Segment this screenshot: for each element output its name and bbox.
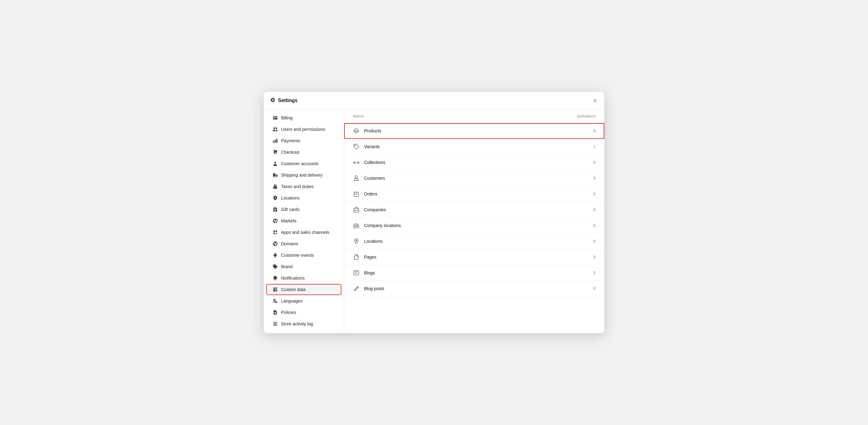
row-count: 1: [586, 144, 596, 149]
table-header: Name Definitions: [344, 109, 604, 123]
row-count: 0: [586, 207, 596, 212]
sidebar-item-label: Brand: [281, 264, 292, 269]
row-name: Company locations: [364, 223, 401, 228]
row-left: Locations: [353, 238, 382, 245]
row-count: 0: [586, 255, 596, 260]
shipping-icon: [272, 172, 278, 178]
row-count: 0: [586, 176, 596, 181]
notifications-icon: [272, 275, 278, 281]
markets-icon: [272, 218, 278, 224]
table-row-companies[interactable]: Companies 0: [344, 202, 604, 218]
companies-icon: [353, 206, 360, 213]
svg-point-4: [356, 240, 357, 241]
brand-icon: [272, 264, 278, 269]
payments-icon: [272, 138, 278, 143]
close-button[interactable]: ×: [592, 96, 598, 105]
sidebar-item-apps-sales-channels[interactable]: Apps and sales channels: [266, 227, 341, 238]
domains-icon: [272, 241, 278, 247]
sidebar-item-policies[interactable]: Policies: [266, 307, 341, 318]
sidebar-item-label: Policies: [281, 310, 296, 315]
taxes-icon: [272, 184, 278, 189]
row-name: Blogs: [364, 270, 375, 275]
sidebar-item-brand[interactable]: Brand: [266, 261, 341, 272]
blog-icon: [353, 269, 360, 276]
modal-title: Settings: [278, 98, 298, 103]
checkout-icon: [272, 150, 278, 155]
sidebar-item-shipping-delivery[interactable]: Shipping and delivery: [266, 169, 341, 181]
sidebar-item-label: Languages: [281, 298, 303, 303]
table-row-pages[interactable]: Pages 0: [344, 249, 604, 265]
languages-icon: [272, 298, 278, 304]
collection-icon: [353, 159, 360, 166]
sidebar-item-label: Locations: [281, 195, 300, 200]
table-row-blog-posts[interactable]: Blog posts 0: [344, 281, 604, 297]
customer-events-icon: [272, 252, 278, 258]
row-name: Variants: [364, 144, 379, 149]
modal-body: Billing Users and permissions Payments C…: [264, 109, 604, 333]
sidebar-item-payments[interactable]: Payments: [266, 135, 341, 146]
row-left: Orders: [353, 191, 377, 197]
sidebar-item-markets[interactable]: Markets: [266, 215, 341, 226]
table-row-collections[interactable]: Collections 0: [344, 155, 604, 170]
row-left: Pages: [353, 254, 376, 260]
sidebar-item-checkout[interactable]: Checkout: [266, 146, 341, 158]
settings-modal: Settings × Billing Users and permissions…: [264, 92, 604, 333]
row-left: Collections: [353, 159, 385, 166]
row-name: Blog posts: [364, 286, 384, 291]
custom-data-icon: [272, 287, 278, 292]
row-left: Products: [353, 127, 381, 134]
col-definitions-header: Definitions: [577, 114, 596, 119]
col-name-header: Name: [353, 114, 364, 119]
table-row-orders[interactable]: Orders 0: [344, 186, 604, 202]
sidebar-item-notifications[interactable]: Notifications: [266, 272, 341, 284]
row-name: Orders: [364, 192, 377, 196]
sidebar-item-label: Customer accounts: [281, 161, 318, 166]
billing-icon: [272, 115, 278, 121]
svg-rect-5: [354, 271, 359, 275]
sidebar-item-taxes-duties[interactable]: Taxes and duties: [266, 181, 341, 192]
row-left: Company locations: [353, 222, 401, 229]
sidebar-item-label: Gift cards: [281, 207, 300, 212]
row-count: 0: [586, 270, 596, 275]
sidebar-item-label: Store activity log: [281, 321, 313, 326]
row-count: 0: [586, 223, 596, 228]
table-row-variants[interactable]: Variants 1: [344, 139, 604, 155]
sidebar-item-label: Shipping and delivery: [281, 173, 322, 177]
sidebar-item-customer-events[interactable]: Customer events: [266, 250, 341, 261]
table-row-blogs[interactable]: Blogs 0: [344, 265, 604, 281]
table-row-company-locations[interactable]: Company locations 0: [344, 218, 604, 233]
sidebar-item-gift-cards[interactable]: Gift cards: [266, 204, 341, 215]
row-name: Locations: [364, 239, 382, 244]
company-locations-icon: [353, 222, 360, 229]
sidebar-item-label: Domains: [281, 241, 298, 246]
sidebar-item-store-activity-log[interactable]: Store activity log: [266, 318, 341, 329]
row-name: Companies: [364, 207, 386, 212]
sidebar-item-customer-accounts[interactable]: Customer accounts: [266, 158, 341, 169]
sidebar-item-label: Custom data: [281, 287, 306, 292]
table-row-products[interactable]: Products 8: [344, 123, 604, 139]
row-name: Products: [364, 128, 381, 133]
sidebar-item-locations[interactable]: Locations: [266, 192, 341, 203]
apps-icon: [272, 230, 278, 235]
table-row-customers[interactable]: Customers 0: [344, 170, 604, 186]
row-count: 0: [586, 192, 596, 196]
gift-cards-icon: [272, 207, 278, 212]
sidebar-item-languages[interactable]: Languages: [266, 295, 341, 306]
sidebar-item-custom-data[interactable]: Custom data: [266, 284, 341, 295]
row-name: Pages: [364, 255, 376, 260]
gear-icon: [270, 97, 276, 104]
row-left: Customers: [353, 175, 385, 182]
table-row-locations[interactable]: Locations 0: [344, 233, 604, 249]
tag-icon: [353, 127, 360, 134]
blog-post-icon: [353, 285, 360, 292]
tag-variant-icon: [353, 143, 360, 150]
sidebar-item-label: Apps and sales channels: [281, 230, 329, 235]
location-pin-icon: [353, 238, 360, 245]
store-activity-icon: [272, 321, 278, 327]
row-count: 0: [586, 160, 596, 165]
main-content: Name Definitions Products 8 Variants 1 C…: [344, 109, 604, 333]
row-count: 0: [586, 286, 596, 291]
sidebar-item-users-permissions[interactable]: Users and permissions: [266, 124, 341, 135]
sidebar-item-domains[interactable]: Domains: [266, 238, 341, 249]
sidebar-item-billing[interactable]: Billing: [266, 112, 341, 123]
